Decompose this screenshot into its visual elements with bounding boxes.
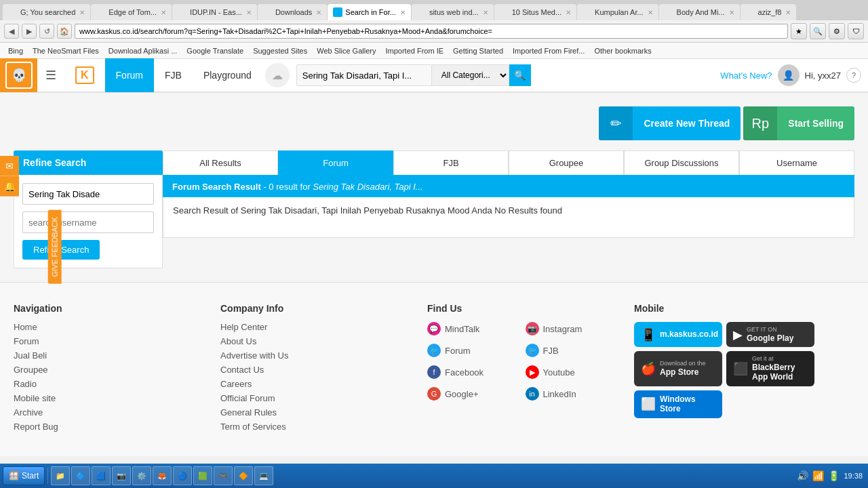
tab-close-icon[interactable]: ✕ xyxy=(316,9,321,16)
tab-close-icon[interactable]: ✕ xyxy=(785,9,791,16)
tab-close-icon[interactable]: ✕ xyxy=(566,9,571,16)
mobile-apps: 📱m.kaskus.co.id▶GET IT ONGoogle Play🍎Dow… xyxy=(634,322,827,418)
bookmark-suggested-sites[interactable]: Suggested Sites xyxy=(249,46,311,56)
bookmark-other-bookmarks[interactable]: Other bookmarks xyxy=(590,46,655,56)
footer-nav-link-jual-beli[interactable]: Jual Beli xyxy=(14,350,207,361)
bookmark-getting-started[interactable]: Getting Started xyxy=(449,46,507,56)
home-button[interactable]: 🏠 xyxy=(57,24,72,39)
start-selling-button[interactable]: Rp Start Selling xyxy=(743,106,854,140)
footer-company-link-contact-us[interactable]: Contact Us xyxy=(220,365,414,375)
footer-company-link-about-us[interactable]: About Us xyxy=(220,336,414,346)
tab-close-icon[interactable]: ✕ xyxy=(246,9,252,16)
feedback-tab[interactable]: GIVE FEEDBACK xyxy=(48,210,62,284)
social-link-instagram[interactable]: 📷Instagram xyxy=(526,322,621,336)
browser-icon3[interactable]: 🛡 xyxy=(848,23,864,39)
nav-forum[interactable]: Forum xyxy=(105,58,154,92)
bookmark-download-aplikasi-...[interactable]: Download Aplikasi ... xyxy=(104,46,182,56)
result-tab-username[interactable]: Username xyxy=(739,150,854,175)
bookmark-bing[interactable]: Bing xyxy=(4,46,27,56)
footer-nav-link-radio[interactable]: Radio xyxy=(14,379,207,389)
site-navbar: 💀 ☰ K Forum FJB Playground ☁ All Categor… xyxy=(0,59,868,93)
app-button-windows-store[interactable]: ⬜Windows Store xyxy=(634,390,722,418)
footer-find-us-col: Find Us 💬MindTalk📷Instagram🐦Forum🐦FJBfFa… xyxy=(427,303,620,436)
social-link-linkedin[interactable]: inLinkedIn xyxy=(526,387,621,401)
result-tab-forum[interactable]: Forum xyxy=(278,150,393,175)
bookmark-the-neosmart-files[interactable]: The NeoSmart Files xyxy=(28,46,103,56)
nav-search-button[interactable]: 🔍 xyxy=(509,64,531,86)
browser-tab-tab6[interactable]: situs web ind...✕ xyxy=(412,4,494,20)
browser-tab-tab4[interactable]: Downloads✕ xyxy=(258,4,327,20)
tab-close-icon[interactable]: ✕ xyxy=(483,9,488,16)
footer-nav-link-groupee[interactable]: Groupee xyxy=(14,365,207,375)
browser-tab-tab9[interactable]: Body And Mi...✕ xyxy=(659,4,740,20)
tab-close-icon[interactable]: ✕ xyxy=(400,9,406,16)
nav-search-input[interactable] xyxy=(296,64,432,86)
hamburger-menu[interactable]: ☰ xyxy=(37,58,64,92)
bookmark-google-translate[interactable]: Google Translate xyxy=(182,46,248,56)
footer-company-link-general-rules[interactable]: General Rules xyxy=(220,407,414,418)
social-link-forum[interactable]: 🐦Forum xyxy=(427,344,523,357)
footer-nav-link-forum[interactable]: Forum xyxy=(14,336,207,346)
nav-kaskus-logo[interactable]: K xyxy=(64,58,105,92)
tab-close-icon[interactable]: ✕ xyxy=(79,9,85,16)
browser-tab-tab1[interactable]: G; You searched✕ xyxy=(3,4,90,20)
result-tab-fjb[interactable]: FJB xyxy=(393,150,509,175)
social-link-mindtalk[interactable]: 💬MindTalk xyxy=(427,322,523,336)
browser-tab-tab5[interactable]: Search in For...✕ xyxy=(328,4,411,20)
footer-company-link-help-center[interactable]: Help Center xyxy=(220,322,414,332)
footer-company-link-advertise-with-us[interactable]: Advertise with Us xyxy=(220,350,414,361)
bookmark-imported-from-ie[interactable]: Imported From IE xyxy=(381,46,448,56)
footer-company-link-term-of-services[interactable]: Term of Services xyxy=(220,422,414,432)
user-avatar[interactable]: 👤 xyxy=(778,64,800,86)
result-tab-group-discussions[interactable]: Group Discussions xyxy=(624,150,739,175)
footer-nav-link-home[interactable]: Home xyxy=(14,322,207,332)
result-tab-groupee[interactable]: Groupee xyxy=(509,150,624,175)
app-button-m.kaskus.co.id[interactable]: 📱m.kaskus.co.id xyxy=(634,322,722,347)
footer-nav-link-archive[interactable]: Archive xyxy=(14,407,207,418)
app-button-google-play[interactable]: ▶GET IT ONGoogle Play xyxy=(726,322,814,347)
social-link-facebook[interactable]: fFacebook xyxy=(427,365,523,379)
browser-tab-tab3[interactable]: IDUP.IN - Eas...✕ xyxy=(172,4,257,20)
bookmark-imported-from-firef...[interactable]: Imported From Firef... xyxy=(509,46,589,56)
favorites-icon[interactable]: ★ xyxy=(791,23,807,39)
forward-button[interactable]: ▶ xyxy=(22,24,37,39)
refine-search-input[interactable] xyxy=(22,183,154,205)
footer-nav-link-report-bug[interactable]: Report Bug xyxy=(14,422,207,432)
social-link-fjb[interactable]: 🐦FJB xyxy=(526,344,621,357)
nav-fjb[interactable]: FJB xyxy=(154,58,193,92)
refine-username-input[interactable] xyxy=(22,211,154,233)
help-button[interactable]: ? xyxy=(846,68,861,83)
browser-tab-tab7[interactable]: 10 Situs Med...✕ xyxy=(494,4,576,20)
nav-search-category[interactable]: All Categori... xyxy=(432,64,509,86)
browser-tab-tab10[interactable]: aziz_f8✕ xyxy=(741,4,797,20)
browser-tab-tab8[interactable]: Kumpulan Ar...✕ xyxy=(577,4,658,20)
footer-nav-link-mobile-site[interactable]: Mobile site xyxy=(14,393,207,403)
address-bar[interactable] xyxy=(75,24,788,39)
site-logo[interactable]: 💀 xyxy=(0,58,37,92)
refresh-button[interactable]: ↺ xyxy=(39,24,54,39)
nav-playground[interactable]: Playground xyxy=(193,58,262,92)
create-thread-button[interactable]: ✏ Create New Thread xyxy=(599,106,741,140)
bookmark-web-slice-gallery[interactable]: Web Slice Gallery xyxy=(313,46,380,56)
footer-company-link-careers[interactable]: Careers xyxy=(220,379,414,389)
browser-icon2[interactable]: ⚙ xyxy=(829,23,845,39)
notification-icon[interactable]: ✉ xyxy=(0,156,19,176)
social-link-google+[interactable]: GGoogle+ xyxy=(427,387,523,401)
social-link-youtube[interactable]: ▶Youtube xyxy=(526,365,621,379)
create-thread-label: Create New Thread xyxy=(633,117,741,129)
result-tab-all-results[interactable]: All Results xyxy=(163,150,278,175)
social-label: Forum xyxy=(445,346,471,356)
browser-tab-tab2[interactable]: Edge of Tom...✕ xyxy=(91,4,172,20)
whats-new-link[interactable]: What's New? xyxy=(720,70,772,81)
browser-icon1[interactable]: 🔍 xyxy=(810,23,826,39)
app-button-blackberry-app-world[interactable]: ⬛Get it atBlackBerry App World xyxy=(726,351,814,386)
tab-close-icon[interactable]: ✕ xyxy=(161,9,166,16)
result-body: Search Result of Sering Tak Disadari, Ta… xyxy=(163,197,854,238)
back-button[interactable]: ◀ xyxy=(4,24,19,39)
footer-company-link-official-forum[interactable]: Official Forum xyxy=(220,393,414,403)
nav-cloud-icon[interactable]: ☁ xyxy=(265,63,290,87)
alert-icon[interactable]: 🔔 xyxy=(0,176,19,197)
app-button-app-store[interactable]: 🍎Download on theApp Store xyxy=(634,351,722,386)
tab-close-icon[interactable]: ✕ xyxy=(729,9,734,16)
tab-close-icon[interactable]: ✕ xyxy=(648,9,653,16)
